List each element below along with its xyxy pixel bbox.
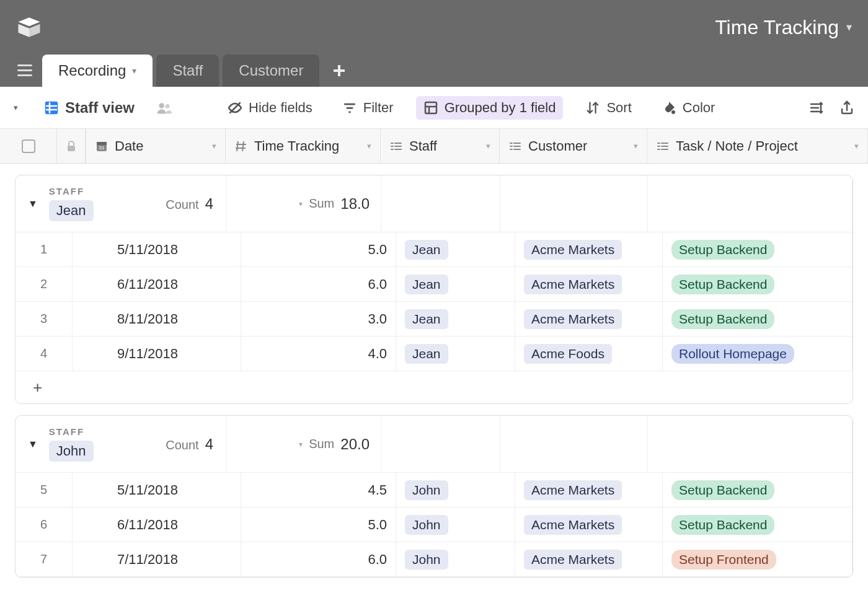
column-header-task[interactable]: Task / Note / Project ▾ bbox=[647, 129, 868, 163]
cell-customer[interactable]: Acme Markets bbox=[515, 232, 663, 266]
cell-time[interactable]: 6.0 bbox=[241, 542, 396, 576]
cell-time[interactable]: 5.0 bbox=[241, 508, 396, 542]
collapse-icon[interactable]: ▼ bbox=[28, 198, 38, 209]
chevron-down-icon[interactable]: ▾ bbox=[486, 141, 490, 151]
chevron-down-icon[interactable]: ▾ bbox=[212, 141, 216, 151]
cell-task[interactable]: Setup Frontend bbox=[663, 542, 852, 576]
add-row-button[interactable]: + bbox=[16, 371, 852, 403]
cell-customer[interactable]: Acme Markets bbox=[515, 473, 663, 507]
cell-time[interactable]: 4.0 bbox=[241, 337, 396, 371]
tab-recording[interactable]: Recording ▾ bbox=[42, 55, 153, 87]
group-sum[interactable]: ▾Sum 20.0 bbox=[226, 416, 381, 472]
svg-rect-15 bbox=[344, 103, 355, 105]
tab-label: Staff bbox=[172, 62, 203, 79]
group-count[interactable]: Count 4 bbox=[166, 195, 213, 213]
svg-marker-2 bbox=[29, 24, 40, 37]
cell-task[interactable]: Setup Backend bbox=[663, 473, 852, 507]
cell-staff[interactable]: Jean bbox=[396, 267, 515, 301]
link-icon bbox=[508, 139, 522, 153]
svg-rect-3 bbox=[17, 64, 32, 66]
cell-staff[interactable]: Jean bbox=[396, 232, 515, 266]
cell-time[interactable]: 3.0 bbox=[241, 302, 396, 336]
tool-label: Hide fields bbox=[249, 100, 312, 116]
chevron-down-icon: ▾ bbox=[846, 20, 852, 34]
cell-customer[interactable]: Acme Markets bbox=[515, 267, 663, 301]
sort-button[interactable]: Sort bbox=[578, 96, 639, 120]
menu-icon[interactable] bbox=[12, 55, 37, 87]
collapse-icon[interactable]: ▼ bbox=[28, 439, 38, 450]
column-label: Time Tracking bbox=[254, 138, 339, 154]
cell-staff[interactable]: Jean bbox=[396, 337, 515, 371]
cell-staff[interactable]: John bbox=[396, 542, 515, 576]
cell-date[interactable]: 6/11/2018 bbox=[73, 508, 241, 542]
group-sum[interactable]: ▾Sum 18.0 bbox=[226, 175, 381, 232]
svg-rect-4 bbox=[17, 69, 32, 71]
column-header-customer[interactable]: Customer ▾ bbox=[500, 129, 647, 163]
color-button[interactable]: Color bbox=[654, 96, 723, 120]
views-dropdown[interactable]: ▾ bbox=[14, 103, 18, 112]
add-tab-button[interactable] bbox=[327, 55, 352, 87]
column-header-staff[interactable]: Staff ▾ bbox=[381, 129, 500, 163]
table-row[interactable]: 7 7/11/2018 6.0 John Acme Markets Setup … bbox=[16, 542, 852, 577]
group-field-label: STAFF bbox=[49, 426, 94, 437]
tool-label: Sort bbox=[606, 100, 631, 116]
cell-time[interactable]: 5.0 bbox=[241, 232, 396, 266]
svg-line-30 bbox=[242, 141, 244, 151]
select-all-checkbox[interactable] bbox=[0, 129, 57, 163]
calendar-icon: 31 bbox=[95, 139, 108, 153]
cell-customer[interactable]: Acme Markets bbox=[515, 302, 663, 336]
table-row[interactable]: 3 8/11/2018 3.0 Jean Acme Markets Setup … bbox=[16, 302, 852, 337]
cell-date[interactable]: 7/11/2018 bbox=[73, 542, 241, 576]
cell-customer[interactable]: Acme Foods bbox=[515, 337, 663, 371]
cell-task[interactable]: Setup Backend bbox=[663, 508, 852, 542]
chevron-down-icon[interactable]: ▾ bbox=[634, 141, 638, 151]
table-row[interactable]: 2 6/11/2018 6.0 Jean Acme Markets Setup … bbox=[16, 267, 852, 302]
cell-date[interactable]: 9/11/2018 bbox=[73, 337, 241, 371]
cell-customer[interactable]: Acme Markets bbox=[515, 542, 663, 576]
group-button[interactable]: Grouped by 1 field bbox=[416, 96, 564, 120]
table-tabs: Recording ▾ Staff Customer bbox=[0, 55, 868, 87]
link-icon bbox=[389, 139, 403, 153]
table-row[interactable]: 5 5/11/2018 4.5 John Acme Markets Setup … bbox=[16, 473, 852, 508]
chevron-down-icon[interactable]: ▾ bbox=[854, 141, 859, 151]
row-height-icon[interactable] bbox=[808, 100, 823, 115]
collaborators-icon[interactable] bbox=[157, 100, 172, 115]
cell-date[interactable]: 8/11/2018 bbox=[73, 302, 241, 336]
cell-staff[interactable]: John bbox=[396, 473, 515, 507]
table-row[interactable]: 4 9/11/2018 4.0 Jean Acme Foods Rollout … bbox=[16, 337, 852, 371]
filter-button[interactable]: Filter bbox=[335, 96, 401, 120]
table-row[interactable]: 1 5/11/2018 5.0 Jean Acme Markets Setup … bbox=[16, 232, 852, 267]
svg-point-21 bbox=[671, 110, 675, 114]
hide-fields-button[interactable]: Hide fields bbox=[220, 96, 320, 120]
cell-task[interactable]: Setup Backend bbox=[663, 302, 852, 336]
chevron-down-icon: ▾ bbox=[132, 66, 136, 76]
workspace-switcher[interactable]: Time Tracking ▾ bbox=[715, 16, 852, 39]
cell-customer[interactable]: Acme Markets bbox=[515, 508, 663, 542]
chevron-down-icon[interactable]: ▾ bbox=[367, 141, 371, 151]
cell-time[interactable]: 6.0 bbox=[241, 267, 396, 301]
cell-date[interactable]: 5/11/2018 bbox=[73, 232, 241, 266]
group-count[interactable]: Count 4 bbox=[166, 436, 213, 453]
svg-rect-7 bbox=[334, 69, 345, 72]
tab-label: Customer bbox=[239, 62, 303, 79]
group-value-tag[interactable]: John bbox=[49, 441, 94, 462]
view-switcher[interactable]: Staff view bbox=[37, 95, 142, 120]
cell-staff[interactable]: John bbox=[396, 508, 515, 542]
column-label: Task / Note / Project bbox=[676, 138, 798, 154]
column-header-time[interactable]: Time Tracking ▾ bbox=[226, 129, 381, 163]
cell-task[interactable]: Setup Backend bbox=[663, 267, 852, 301]
cell-date[interactable]: 6/11/2018 bbox=[73, 267, 241, 301]
grid-body: ▼ STAFF Jean Count 4 ▾Sum 18.0 1 5/11/20… bbox=[0, 175, 868, 590]
share-icon[interactable] bbox=[839, 100, 854, 115]
table-row[interactable]: 6 6/11/2018 5.0 John Acme Markets Setup … bbox=[16, 508, 852, 542]
row-number: 6 bbox=[16, 508, 73, 542]
cell-task[interactable]: Setup Backend bbox=[663, 232, 852, 266]
cell-staff[interactable]: Jean bbox=[396, 302, 515, 336]
group-value-tag[interactable]: Jean bbox=[49, 200, 94, 221]
cell-time[interactable]: 4.5 bbox=[241, 473, 396, 507]
tab-customer[interactable]: Customer bbox=[223, 55, 319, 87]
column-header-date[interactable]: 31 Date ▾ bbox=[86, 129, 226, 163]
cell-date[interactable]: 5/11/2018 bbox=[73, 473, 241, 507]
cell-task[interactable]: Rollout Homepage bbox=[663, 337, 852, 371]
tab-staff[interactable]: Staff bbox=[156, 55, 219, 87]
